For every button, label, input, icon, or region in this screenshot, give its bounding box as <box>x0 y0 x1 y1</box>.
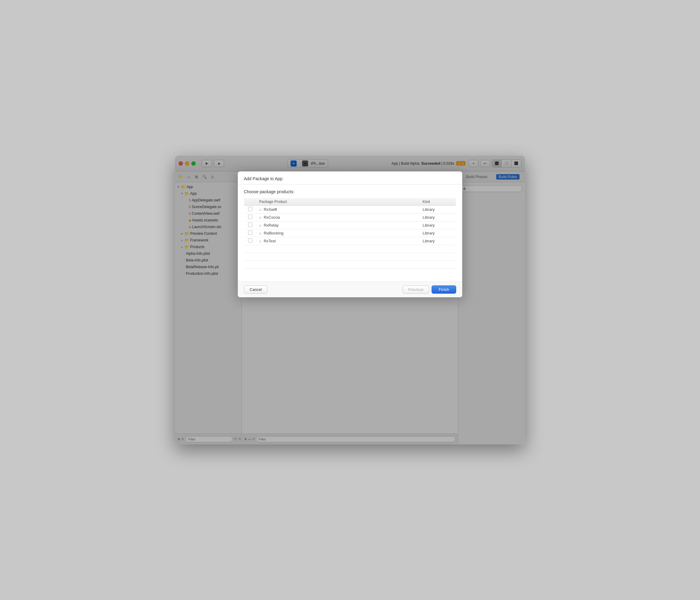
xcode-window: ▶ ■ A › 📱 iPh...tion App | Build Alpha: … <box>175 156 525 444</box>
table-row: ⌂ RxTest Library <box>244 237 456 245</box>
product-name-label: RxSwift <box>264 207 277 212</box>
finish-button[interactable]: Finish <box>431 285 456 294</box>
previous-button[interactable]: Previous <box>402 285 429 294</box>
row-checkbox-cell[interactable] <box>244 206 256 214</box>
table-row: ⌂ RxCocoa Library <box>244 214 456 221</box>
row-product-name: ⌂ RxRelay <box>256 221 420 229</box>
modal-dialog: Add Package to App: Choose package produ… <box>238 171 462 297</box>
checkbox[interactable] <box>248 239 252 243</box>
table-row: ⌂ RxRelay Library <box>244 221 456 229</box>
checkbox[interactable] <box>248 230 252 235</box>
table-row-empty <box>244 261 456 269</box>
row-kind: Library <box>420 214 456 221</box>
table-header-row: Package Product Kind <box>244 198 456 206</box>
row-checkbox-cell[interactable] <box>244 229 256 237</box>
row-product-name: ⌂ RxCocoa <box>256 214 420 221</box>
row-kind: Library <box>420 206 456 214</box>
table-row: ⌂ RxBlocking Library <box>244 229 456 237</box>
row-product-name: ⌂ RxSwift <box>256 206 420 214</box>
product-name-label: RxTest <box>264 239 276 243</box>
row-kind: Library <box>420 221 456 229</box>
col-check-header <box>244 198 256 206</box>
row-kind: Library <box>420 237 456 245</box>
modal-overlay: Add Package to App: Choose package produ… <box>175 156 525 444</box>
table-row-empty <box>244 245 456 253</box>
table-row: ⌂ RxSwift Library <box>244 206 456 214</box>
row-checkbox-cell[interactable] <box>244 214 256 221</box>
footer-right: Previous Finish <box>402 285 456 294</box>
cancel-button[interactable]: Cancel <box>244 285 268 294</box>
modal-body: Choose package products: Package Product… <box>238 184 462 281</box>
checkbox[interactable] <box>248 223 252 227</box>
checkbox[interactable] <box>248 207 252 211</box>
modal-subtitle: Choose package products: <box>244 189 456 194</box>
col-product-header: Package Product <box>256 198 420 206</box>
product-name-label: RxCocoa <box>264 215 280 220</box>
package-icon: ⌂ <box>259 223 261 227</box>
row-kind: Library <box>420 229 456 237</box>
row-product-name: ⌂ RxBlocking <box>256 229 420 237</box>
package-icon: ⌂ <box>259 207 261 212</box>
modal-header: Add Package to App: <box>238 171 462 184</box>
package-icon: ⌂ <box>259 215 261 220</box>
checkbox[interactable] <box>248 215 252 219</box>
package-icon: ⌂ <box>259 239 261 243</box>
row-product-name: ⌂ RxTest <box>256 237 420 245</box>
modal-footer: Cancel Previous Finish <box>238 281 462 297</box>
row-checkbox-cell[interactable] <box>244 237 256 245</box>
package-table: Package Product Kind ⌂ RxSwift Library <box>244 198 456 277</box>
table-row-empty <box>244 269 456 277</box>
table-row-empty <box>244 253 456 261</box>
row-checkbox-cell[interactable] <box>244 221 256 229</box>
package-icon: ⌂ <box>259 231 261 235</box>
modal-title: Add Package to App: <box>244 176 283 181</box>
product-name-label: RxRelay <box>264 223 278 227</box>
col-kind-header: Kind <box>420 198 456 206</box>
product-name-label: RxBlocking <box>264 231 283 235</box>
